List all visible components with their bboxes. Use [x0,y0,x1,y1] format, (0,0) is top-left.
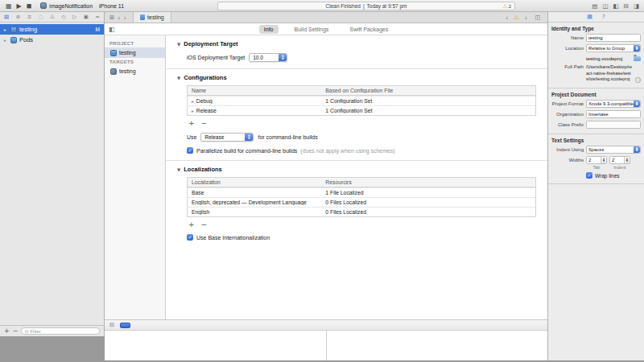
project-navigator-icon[interactable]: ▤ [4,12,9,23]
indent-width-stepper[interactable]: 2 ▲ ▼ [609,156,630,164]
console-view-toggle[interactable] [120,323,130,328]
toggle-project-sidebar-icon[interactable]: ◧ [109,23,115,35]
disclosure-icon[interactable]: ▸ [192,109,194,113]
add-localization-button[interactable]: + [188,220,195,228]
navigator-item-pods[interactable]: ▸ Pods [0,35,104,45]
previous-issue-icon[interactable]: ‹ [506,13,509,23]
related-items-icon[interactable]: ⊞ [109,14,114,21]
wrap-lines-checkbox[interactable]: ✓ [586,172,592,179]
project-header: PROJECT [105,39,165,47]
class-prefix-field[interactable] [586,121,641,129]
navigator-item-testing[interactable]: ▸ testing M [0,24,104,35]
next-issue-icon[interactable]: › [525,13,528,23]
table-row[interactable]: Base 1 File Localized [188,187,535,197]
command-line-configuration-popup[interactable]: Release ▲ ▼ [200,133,254,142]
tab-width-stepper[interactable]: 2 ▲ ▼ [586,156,607,164]
tab-info[interactable]: Info [259,25,279,34]
file-inspector-tab-icon[interactable]: ▤ [587,14,592,20]
deployment-target-popup[interactable]: 10.0 ▲ ▼ [249,53,287,62]
run-button[interactable]: ▶ [17,0,22,12]
editor-tab-testing[interactable]: testing [133,12,171,23]
table-row[interactable]: English, deprecated — Development Langua… [188,197,535,207]
sidebar-item-target-testing[interactable]: testing [105,66,165,76]
editor-only-icon[interactable]: ▤ [592,0,597,12]
tab-swift-packages[interactable]: Swift Packages [345,25,393,34]
file-reference: testing.xcodeproj [586,55,641,62]
editor-split-icon[interactable]: ◫ [602,0,608,12]
full-path-text: /Users/kans/Desktop/react-native-firebas… [586,64,632,81]
check-icon: ✓ [188,234,192,240]
targets-header: TARGETS [105,58,165,66]
identity-and-type-section: Identity and Type Name testing Location … [548,23,644,88]
parallelize-checkbox[interactable]: ✓ [187,147,193,154]
table-row[interactable]: English 0 Files Localized [188,207,535,216]
warning-badge[interactable]: ⚠ 2 [502,2,511,10]
library-icon[interactable]: ▦ [6,0,12,12]
organization-label: Organization [551,112,584,117]
wrap-lines-label: Wrap lines [595,173,620,179]
find-navigator-icon[interactable]: ◌ [39,12,43,23]
navigator-filter-input[interactable]: ⊙ Filter [21,327,100,335]
device-selector[interactable]: iPhone 11 [99,3,124,9]
scheme-selector[interactable]: imageNotification [49,3,93,9]
stepper-down-icon[interactable]: ▼ [603,160,605,162]
source-control-navigator-icon[interactable]: ⊘ [16,12,20,23]
disclosure-icon[interactable]: ▼ [177,167,180,172]
go-back-icon[interactable]: ‹ [118,13,121,23]
project-format-popup[interactable]: Xcode 9.3-compatible ▲ ▼ [586,100,641,108]
remove-item-button[interactable]: − [13,326,19,337]
toggle-debug-area-icon[interactable]: ⊟ [624,0,629,12]
debug-area-toolbar: ⊟ [105,319,547,330]
test-navigator-icon[interactable]: ◇ [62,12,66,23]
stop-button[interactable]: ◼ [27,0,32,12]
add-editor-icon[interactable]: ◫ [535,14,540,21]
symbol-navigator-icon[interactable]: ≡ [27,12,31,23]
localization-name: Base [188,190,321,195]
section-title: Text Settings [551,138,641,143]
disclosure-icon[interactable]: ▼ [177,76,180,80]
table-row[interactable]: ▸ Debug 1 Configuration Set [188,96,535,105]
disclosure-icon[interactable]: ▸ [4,38,8,43]
disclosure-icon[interactable]: ▼ [177,42,180,47]
console-view[interactable] [326,331,548,360]
activity-viewer: Clean Finished | Today at 9:57 pm ⚠ 2 [217,2,515,10]
name-field[interactable]: testing [586,34,641,42]
location-popup[interactable]: Relative to Group ▲ ▼ [586,44,641,52]
remove-configuration-button[interactable]: − [201,119,208,127]
quick-help-tab-icon[interactable]: ? [602,14,605,20]
go-forward-icon[interactable]: › [123,13,126,23]
table-row[interactable]: ▸ Release 1 Configuration Set [188,105,535,115]
report-navigator-icon[interactable]: ≈ [95,12,99,23]
debug-navigator-icon[interactable]: ▷ [72,12,76,23]
add-item-button[interactable]: + [4,326,10,337]
reveal-in-finder-icon[interactable]: → [635,77,641,83]
disclosure-icon[interactable]: ▸ [4,27,8,32]
indent-using-popup[interactable]: Spaces ▲ ▼ [586,146,641,154]
remove-localization-button[interactable]: − [201,220,208,228]
section-header[interactable]: ▼ Localizations [177,166,536,173]
stepper-down-icon[interactable]: ▼ [626,160,628,162]
section-header[interactable]: ▼ Configurations [177,74,536,81]
toggle-inspector-icon[interactable]: ◨ [634,0,639,12]
check-icon: ✓ [188,147,192,153]
organization-field[interactable]: Invertase [586,110,641,118]
toggle-navigator-icon[interactable]: ◧ [613,0,619,12]
disclosure-icon[interactable]: ▸ [192,99,194,104]
breakpoint-navigator-icon[interactable]: ▣ [84,12,89,23]
base-internationalization-checkbox[interactable]: ✓ [187,234,193,241]
tab-build-settings[interactable]: Build Settings [290,25,334,34]
add-configuration-button[interactable]: + [188,119,195,127]
sidebar-item-project-testing[interactable]: testing [105,47,165,58]
navigator-item-label: Pods [19,36,33,43]
folder-icon[interactable] [634,56,641,61]
status-primary: Clean Finished [326,3,361,9]
section-header[interactable]: ▼ Deployment Target [177,40,536,47]
variables-view[interactable] [105,331,326,360]
stepper-arrows-icon[interactable]: ▲ ▼ [624,157,630,163]
stepper-arrows-icon[interactable]: ▲ ▼ [601,157,606,163]
hide-debug-area-icon[interactable]: ⊟ [109,322,114,328]
issue-navigator-icon[interactable]: ⚠ [50,12,55,23]
section-deployment-target: ▼ Deployment Target iOS Deployment Targe… [166,35,547,68]
issue-warning-icon[interactable]: ⚠ [514,14,518,22]
use-label: Use [187,134,196,140]
